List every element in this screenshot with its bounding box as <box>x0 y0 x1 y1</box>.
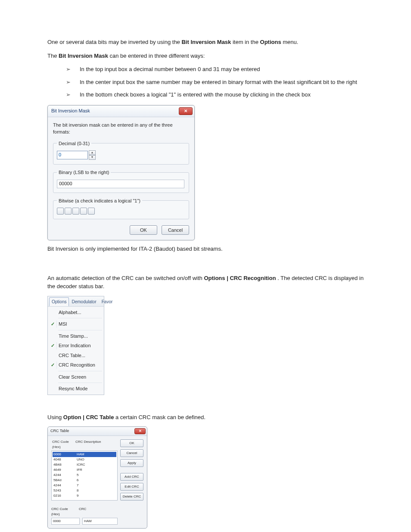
paragraph-4: An automatic detection of the CRC can be… <box>47 274 364 291</box>
bit-checkbox-1[interactable] <box>80 208 87 215</box>
crc-table-dialog: CRC Table ✕ CRC Code (Hex) CRC Descripti… <box>47 426 147 529</box>
cell-desc: ICRC <box>77 462 115 467</box>
tab-demodulator[interactable]: Demodulator <box>69 297 99 306</box>
binary-group: Binary (LSB to the right) 00000 <box>53 169 189 193</box>
spinner-down-icon[interactable]: ▼ <box>89 155 96 160</box>
menu-label: Error Indication <box>59 342 91 349</box>
cell-code: 5B4d <box>53 478 77 483</box>
text: a certain CRC mask can be defined. <box>115 414 206 420</box>
table-row[interactable]: 42445 <box>53 473 116 478</box>
add-crc-button[interactable]: Add CRC <box>120 473 143 481</box>
ok-button[interactable]: OK <box>130 225 157 235</box>
menu-label: Time Stamp... <box>59 333 88 340</box>
menu-item-clear-screen[interactable]: Clear Screen <box>48 372 104 382</box>
bullet-list: In the top input box a decimal number be… <box>47 65 364 99</box>
menu-label: MSI <box>59 320 67 328</box>
label-crc: CRC <box>79 507 86 517</box>
paragraph-2: The Bit Inversion Mask can be entered in… <box>47 52 364 60</box>
dialog-title: Bit Inversion Mask <box>51 107 90 115</box>
cell-code: 0216 <box>53 493 77 498</box>
bold-text: Bit Inversion Mask <box>59 53 108 59</box>
bit-checkbox-3[interactable] <box>65 208 72 215</box>
cell-desc: 7 <box>77 483 115 488</box>
text: item in the <box>233 39 260 45</box>
cell-desc: 9 <box>77 493 115 498</box>
table-row[interactable]: 0000HAM <box>53 452 116 457</box>
label-crc-code: CRC Code (Hex) <box>51 507 76 517</box>
menu-item-alphabet[interactable]: Alphabet... <box>48 308 104 317</box>
menu-item-msi[interactable]: ✓MSI <box>48 319 104 329</box>
paragraph-1: One or several data bits may be inverted… <box>47 38 364 47</box>
decimal-input[interactable]: 0 <box>57 151 88 159</box>
menu-item-error-indication[interactable]: ✓Error Indication <box>48 341 104 351</box>
bitwise-legend: Bitwise (a check indicates a logical "1"… <box>57 197 142 205</box>
menu-label: CRC Recognition <box>59 361 95 369</box>
crc-listbox[interactable]: 0000HAM 4048UNO 4B48ICRC 4649IFR 42445 5… <box>51 451 118 501</box>
apply-button[interactable]: Apply <box>120 459 143 467</box>
col-crc-code: CRC Code (Hex) <box>52 439 75 450</box>
cell-code: 4244 <box>53 473 77 478</box>
cell-desc: 8 <box>77 488 115 493</box>
check-icon: ✓ <box>49 342 57 349</box>
menu-item-crc-table[interactable]: CRC Table... <box>48 351 104 361</box>
cell-code: 4649 <box>53 467 77 473</box>
delete-crc-button[interactable]: Delete CRC <box>120 493 143 501</box>
dialog-titlebar: Bit Inversion Mask ✕ <box>48 106 194 117</box>
decimal-legend: Decimal (0-31) <box>57 140 91 147</box>
menu-item-crc-recognition[interactable]: ✓CRC Recognition <box>48 360 104 370</box>
binary-input[interactable]: 00000 <box>57 180 184 188</box>
cancel-button[interactable]: Cancel <box>120 449 143 457</box>
check-icon: ✓ <box>49 320 57 328</box>
tab-favor[interactable]: Favor <box>99 297 115 306</box>
close-icon[interactable]: ✕ <box>179 107 193 115</box>
paragraph-5: Using Option | CRC Table a certain CRC m… <box>47 413 364 422</box>
table-row[interactable]: 4B48ICRC <box>53 462 116 467</box>
table-row[interactable]: 4649IFR <box>53 467 116 473</box>
text: One or several data bits may be inverted… <box>47 39 181 45</box>
text: can be entered in three different ways: <box>110 53 205 59</box>
table-row[interactable]: 4048UNO <box>53 457 116 462</box>
options-menu: Options Demodulator Favor Alphabet... ✓M… <box>47 296 104 395</box>
text: The <box>47 53 59 59</box>
cell-code: 0000 <box>53 452 77 457</box>
dialog-title: CRC Table <box>50 428 69 434</box>
bitwise-group: Bitwise (a check indicates a logical "1"… <box>53 197 189 220</box>
menu-item-resync-mode[interactable]: Resync Mode <box>48 384 104 394</box>
cell-code: 4B48 <box>53 462 77 467</box>
crc-code-field[interactable]: 0000 <box>51 518 80 525</box>
close-icon[interactable]: ✕ <box>134 428 146 434</box>
text: Using <box>47 414 63 420</box>
spinner-up-icon[interactable]: ▲ <box>89 150 96 155</box>
dialog-instruction: The bit inversion mask can be entered in… <box>53 121 189 136</box>
dialog-titlebar: CRC Table ✕ <box>48 427 147 436</box>
cell-desc: HAM <box>77 452 115 457</box>
bold-text: Option | CRC Table <box>63 414 114 420</box>
bit-checkbox-2[interactable] <box>72 208 79 215</box>
crc-desc-field[interactable]: HAM <box>82 518 118 525</box>
cell-desc: UNO <box>77 457 115 462</box>
cell-code: 4048 <box>53 457 77 462</box>
bit-checkbox-4[interactable] <box>57 208 64 215</box>
ok-button[interactable]: OK <box>120 439 143 447</box>
cancel-button[interactable]: Cancel <box>162 225 189 235</box>
menu-label: Clear Screen <box>59 373 86 381</box>
decimal-group: Decimal (0-31) 0 ▲ ▼ <box>53 140 189 165</box>
text: menu. <box>283 39 298 45</box>
table-row[interactable]: 42447 <box>53 483 116 488</box>
cell-code: 4244 <box>53 483 77 488</box>
menu-label: Resync Mode <box>59 385 87 392</box>
bit-checkbox-0[interactable] <box>88 208 95 215</box>
table-row[interactable]: 5B4d6 <box>53 478 116 483</box>
table-row[interactable]: 52438 <box>53 488 116 493</box>
list-item: In the bottom check boxes a logical "1" … <box>71 90 364 99</box>
table-row[interactable]: 02169 <box>53 493 116 498</box>
cell-desc: IFR <box>77 467 115 473</box>
bold-text: Bit Inversion Mask <box>181 39 231 45</box>
edit-crc-button[interactable]: Edit CRC <box>120 483 143 491</box>
list-item: In the top input box a decimal number be… <box>71 65 364 74</box>
menu-label: Alphabet... <box>59 309 81 316</box>
tab-options[interactable]: Options <box>49 297 69 306</box>
cell-desc: 5 <box>77 473 115 478</box>
cell-desc: 6 <box>77 478 115 483</box>
menu-item-timestamp[interactable]: Time Stamp... <box>48 331 104 341</box>
